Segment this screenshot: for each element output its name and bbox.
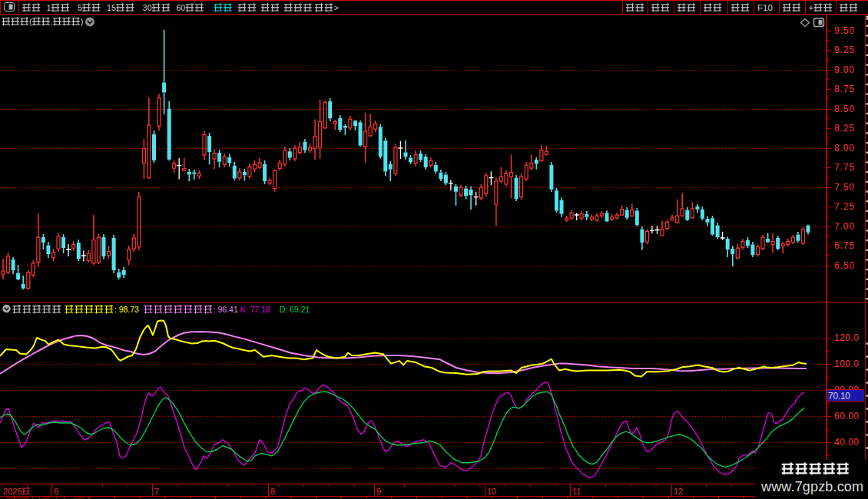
svg-text:120.0: 120.0 bbox=[834, 332, 859, 343]
svg-text:7.75: 7.75 bbox=[834, 162, 854, 173]
svg-text:9.50: 9.50 bbox=[834, 25, 854, 36]
svg-text:1: 1 bbox=[47, 3, 51, 12]
svg-text:5: 5 bbox=[78, 3, 82, 12]
svg-text:.: . bbox=[51, 17, 53, 26]
svg-text:9: 9 bbox=[376, 487, 381, 496]
svg-text:D: 69.21: D: 69.21 bbox=[280, 305, 310, 314]
svg-text:12: 12 bbox=[674, 487, 683, 496]
svg-text:: 98.73: : 98.73 bbox=[114, 305, 139, 314]
svg-text:100.0: 100.0 bbox=[834, 359, 859, 369]
svg-text:9.25: 9.25 bbox=[834, 45, 854, 55]
svg-text:8: 8 bbox=[270, 487, 275, 496]
svg-text:11: 11 bbox=[572, 487, 581, 496]
svg-text:40.00: 40.00 bbox=[834, 437, 859, 448]
svg-text:(: ( bbox=[29, 17, 32, 26]
svg-text:8.50: 8.50 bbox=[834, 104, 854, 114]
svg-text:15: 15 bbox=[107, 3, 116, 12]
svg-text:8.25: 8.25 bbox=[834, 123, 854, 134]
svg-text:9.00: 9.00 bbox=[834, 64, 854, 75]
svg-text:6.50: 6.50 bbox=[834, 260, 854, 271]
svg-text:+: + bbox=[809, 3, 814, 12]
svg-text:60: 60 bbox=[176, 3, 185, 12]
svg-text:): ) bbox=[81, 17, 84, 26]
svg-text:7.00: 7.00 bbox=[834, 221, 854, 232]
svg-text:K: 77.18: K: 77.18 bbox=[240, 305, 270, 314]
svg-text:10: 10 bbox=[487, 487, 496, 496]
svg-text:70.10: 70.10 bbox=[828, 391, 850, 402]
svg-text:6: 6 bbox=[54, 487, 58, 496]
svg-text:: 96.41: : 96.41 bbox=[214, 305, 238, 314]
svg-text:60.00: 60.00 bbox=[834, 411, 859, 421]
svg-text:8.75: 8.75 bbox=[834, 84, 854, 94]
svg-text:>: > bbox=[334, 3, 339, 12]
svg-text:7.25: 7.25 bbox=[834, 201, 854, 212]
svg-text:30: 30 bbox=[143, 3, 152, 12]
svg-text:7.50: 7.50 bbox=[834, 182, 854, 193]
svg-text:2025: 2025 bbox=[3, 487, 22, 496]
svg-text:7: 7 bbox=[154, 487, 159, 496]
svg-text:F10: F10 bbox=[757, 3, 773, 12]
svg-text:6.75: 6.75 bbox=[834, 240, 854, 251]
svg-text:8.00: 8.00 bbox=[834, 143, 854, 154]
svg-text:www.7gpzb.com: www.7gpzb.com bbox=[760, 479, 863, 494]
